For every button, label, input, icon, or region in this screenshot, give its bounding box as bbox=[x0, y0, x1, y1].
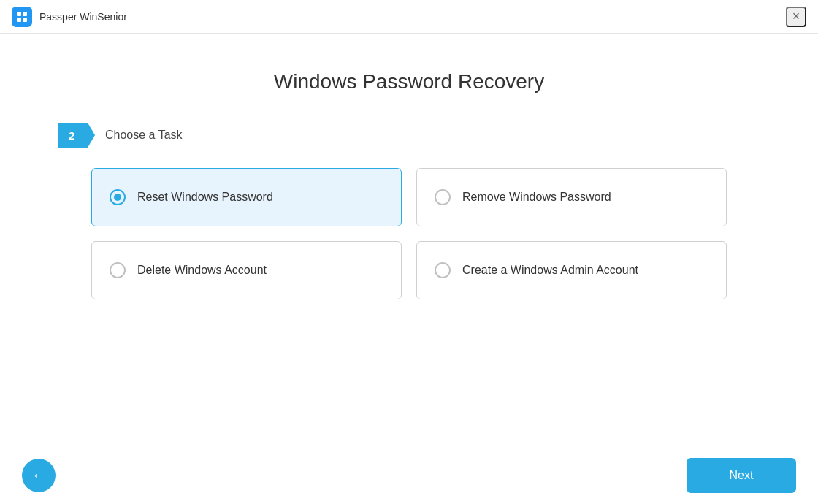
radio-remove bbox=[435, 189, 451, 205]
option-create[interactable]: Create a Windows Admin Account bbox=[416, 241, 727, 299]
title-bar: Passper WinSenior × bbox=[0, 0, 818, 34]
app-icon bbox=[12, 7, 32, 27]
radio-create bbox=[435, 262, 451, 278]
step-label: Choose a Task bbox=[105, 129, 183, 142]
title-bar-left: Passper WinSenior bbox=[12, 7, 127, 27]
close-button[interactable]: × bbox=[786, 7, 806, 27]
options-grid: Reset Windows Password Remove Windows Pa… bbox=[91, 168, 727, 299]
page-title: Windows Password Recovery bbox=[274, 70, 544, 93]
back-button[interactable]: ← bbox=[22, 459, 56, 492]
svg-rect-2 bbox=[17, 18, 21, 22]
option-remove[interactable]: Remove Windows Password bbox=[416, 168, 727, 226]
radio-reset bbox=[110, 189, 126, 205]
option-reset[interactable]: Reset Windows Password bbox=[91, 168, 402, 226]
option-delete[interactable]: Delete Windows Account bbox=[91, 241, 402, 299]
option-create-label: Create a Windows Admin Account bbox=[462, 264, 638, 277]
svg-rect-0 bbox=[17, 12, 21, 16]
option-reset-label: Reset Windows Password bbox=[137, 191, 273, 204]
step-container: 2 Choose a Task bbox=[58, 123, 183, 148]
option-delete-label: Delete Windows Account bbox=[137, 264, 267, 277]
radio-inner-reset bbox=[114, 194, 121, 201]
option-remove-label: Remove Windows Password bbox=[462, 191, 611, 204]
step-badge: 2 bbox=[58, 123, 95, 148]
svg-rect-1 bbox=[23, 12, 27, 16]
app-name: Passper WinSenior bbox=[39, 11, 127, 23]
radio-delete bbox=[110, 262, 126, 278]
bottom-bar: ← Next bbox=[0, 446, 818, 504]
back-arrow-icon: ← bbox=[31, 467, 46, 484]
next-button[interactable]: Next bbox=[687, 458, 796, 493]
main-content: Windows Password Recovery 2 Choose a Tas… bbox=[0, 34, 818, 446]
svg-rect-3 bbox=[23, 18, 27, 22]
